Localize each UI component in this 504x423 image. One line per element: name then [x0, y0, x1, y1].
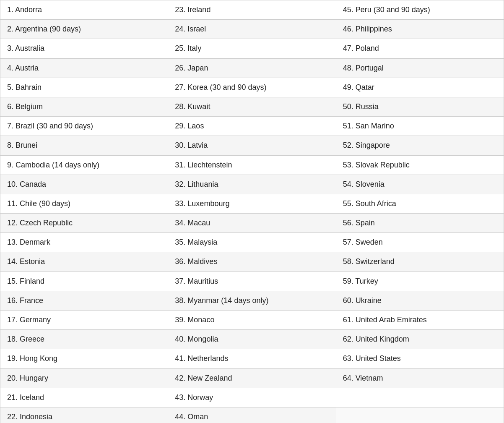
table-cell: 63. United States — [336, 349, 504, 368]
table-cell: 30. Latvia — [168, 136, 336, 155]
table-cell: 32. Lithuania — [168, 175, 336, 194]
table-cell: 42. New Zealand — [168, 368, 336, 388]
table-cell: 27. Korea (30 and 90 days) — [168, 78, 336, 97]
table-cell: 57. Sweden — [336, 233, 504, 252]
table-cell: 5. Bahrain — [0, 78, 168, 97]
table-cell: 50. Russia — [336, 97, 504, 116]
table-cell: 55. South Africa — [336, 194, 504, 213]
table-cell: 64. Vietnam — [336, 368, 504, 388]
table-row: 9. Cambodia (14 days only)31. Liechtenst… — [0, 155, 504, 175]
table-cell: 19. Hong Kong — [0, 349, 168, 368]
table-cell: 36. Maldives — [168, 252, 336, 272]
table-cell: 31. Liechtenstein — [168, 155, 336, 175]
table-row: 15. Finland37. Mauritius59. Turkey — [0, 272, 504, 291]
table-cell: 10. Canada — [0, 175, 168, 194]
table-cell: 25. Italy — [168, 39, 336, 58]
table-row: 22. Indonesia44. Oman — [0, 407, 504, 423]
table-cell: 37. Mauritius — [168, 272, 336, 291]
table-cell: 29. Laos — [168, 117, 336, 136]
table-row: 8. Brunei30. Latvia52. Singapore — [0, 136, 504, 155]
table-cell: 43. Norway — [168, 388, 336, 407]
table-cell: 35. Malaysia — [168, 233, 336, 252]
table-cell: 28. Kuwait — [168, 97, 336, 116]
table-cell: 58. Switzerland — [336, 252, 504, 272]
table-row: 12. Czech Republic34. Macau56. Spain — [0, 214, 504, 233]
table-cell: 33. Luxembourg — [168, 194, 336, 213]
table-cell: 24. Israel — [168, 20, 336, 39]
table-cell: 15. Finland — [0, 272, 168, 291]
table-cell: 46. Philippines — [336, 20, 504, 39]
table-cell: 16. France — [0, 291, 168, 310]
table-row: 3. Australia25. Italy47. Poland — [0, 39, 504, 58]
table-cell: 20. Hungary — [0, 368, 168, 388]
table-row: 16. France38. Myanmar (14 days only)60. … — [0, 291, 504, 310]
table-cell: 52. Singapore — [336, 136, 504, 155]
table-cell: 41. Netherlands — [168, 349, 336, 368]
table-row: 19. Hong Kong41. Netherlands63. United S… — [0, 349, 504, 368]
table-cell: 56. Spain — [336, 214, 504, 233]
table-cell: 51. San Marino — [336, 117, 504, 136]
table-cell: 6. Belgium — [0, 97, 168, 116]
table-row: 20. Hungary42. New Zealand64. Vietnam — [0, 368, 504, 388]
table-cell: 45. Peru (30 and 90 days) — [336, 0, 504, 20]
table-cell: 23. Ireland — [168, 0, 336, 20]
table-cell: 11. Chile (90 days) — [0, 194, 168, 213]
table-cell: 59. Turkey — [336, 272, 504, 291]
table-row: 5. Bahrain27. Korea (30 and 90 days)49. … — [0, 78, 504, 97]
table-cell: 18. Greece — [0, 330, 168, 349]
table-cell: 38. Myanmar (14 days only) — [168, 291, 336, 310]
table-cell: 21. Iceland — [0, 388, 168, 407]
table-cell: 9. Cambodia (14 days only) — [0, 155, 168, 175]
table-row: 1. Andorra23. Ireland45. Peru (30 and 90… — [0, 0, 504, 20]
table-cell: 60. Ukraine — [336, 291, 504, 310]
table-cell — [336, 388, 504, 407]
table-row: 13. Denmark35. Malaysia57. Sweden — [0, 233, 504, 252]
table-cell: 3. Australia — [0, 39, 168, 58]
table-row: 21. Iceland43. Norway — [0, 388, 504, 407]
table-row: 6. Belgium28. Kuwait50. Russia — [0, 97, 504, 116]
table-cell: 26. Japan — [168, 58, 336, 78]
table-cell: 49. Qatar — [336, 78, 504, 97]
table-row: 14. Estonia36. Maldives58. Switzerland — [0, 252, 504, 272]
table-cell — [336, 407, 504, 423]
table-cell: 7. Brazil (30 and 90 days) — [0, 117, 168, 136]
table-row: 17. Germany39. Monaco61. United Arab Emi… — [0, 311, 504, 330]
table-row: 10. Canada32. Lithuania54. Slovenia — [0, 175, 504, 194]
table-cell: 13. Denmark — [0, 233, 168, 252]
table-cell: 2. Argentina (90 days) — [0, 20, 168, 39]
table-cell: 4. Austria — [0, 58, 168, 78]
table-cell: 22. Indonesia — [0, 407, 168, 423]
table-cell: 53. Slovak Republic — [336, 155, 504, 175]
country-table: 1. Andorra23. Ireland45. Peru (30 and 90… — [0, 0, 504, 423]
table-row: 2. Argentina (90 days)24. Israel46. Phil… — [0, 20, 504, 39]
table-cell: 47. Poland — [336, 39, 504, 58]
table-cell: 39. Monaco — [168, 311, 336, 330]
table-cell: 44. Oman — [168, 407, 336, 423]
table-cell: 34. Macau — [168, 214, 336, 233]
table-cell: 40. Mongolia — [168, 330, 336, 349]
table-cell: 12. Czech Republic — [0, 214, 168, 233]
table-cell: 54. Slovenia — [336, 175, 504, 194]
table-row: 11. Chile (90 days)33. Luxembourg55. Sou… — [0, 194, 504, 213]
country-list-container: 1. Andorra23. Ireland45. Peru (30 and 90… — [0, 0, 504, 423]
table-cell: 8. Brunei — [0, 136, 168, 155]
table-row: 4. Austria26. Japan48. Portugal — [0, 58, 504, 78]
table-cell: 48. Portugal — [336, 58, 504, 78]
table-row: 7. Brazil (30 and 90 days)29. Laos51. Sa… — [0, 117, 504, 136]
table-cell: 14. Estonia — [0, 252, 168, 272]
table-cell: 17. Germany — [0, 311, 168, 330]
table-row: 18. Greece40. Mongolia62. United Kingdom — [0, 330, 504, 349]
table-cell: 62. United Kingdom — [336, 330, 504, 349]
table-cell: 61. United Arab Emirates — [336, 311, 504, 330]
table-cell: 1. Andorra — [0, 0, 168, 20]
